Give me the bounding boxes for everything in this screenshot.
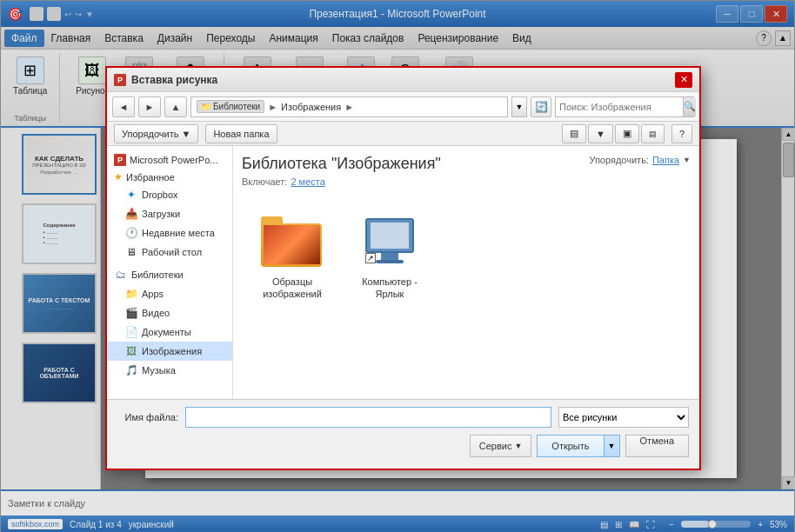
docs-icon: 📄 (124, 325, 138, 339)
insert-picture-dialog: P Вставка рисунка ✕ ◄ ► ▲ 📁 Библиотеки ►… (105, 66, 701, 470)
open-dropdown-button[interactable]: ▼ (605, 435, 620, 457)
libraries-icon: 🗂 (114, 268, 128, 282)
dropbox-icon: ✦ (124, 188, 138, 202)
dialog-nav: P Microsoft PowerPo... ★ Избранное ✦ Dro… (107, 146, 233, 399)
path-sep-1: ► (268, 102, 277, 112)
library-header: Библиотека "Изображения" Включает: 2 мес… (242, 155, 691, 187)
folder-small-icon: 📁 (201, 102, 211, 111)
nav-favorites-section: ★ Избранное ✦ Dropbox 📥 Загрузки 🕐 (107, 169, 232, 262)
nav-libraries-section: 🗂 Библиотеки 📁 Apps 🎬 Видео 📄 (107, 265, 232, 380)
nav-item-video[interactable]: 🎬 Видео (107, 303, 232, 323)
nav-forward-button[interactable]: ► (138, 96, 161, 117)
downloads-icon: 📥 (124, 207, 138, 221)
samples-thumbnail (261, 209, 324, 272)
images-folder-icon: 🖼 (124, 344, 138, 358)
nav-libraries-header[interactable]: 🗂 Библиотеки (107, 265, 232, 284)
samples-label: Образцы изображений (254, 276, 331, 301)
computer-label: Компьютер - Ярлык (351, 276, 428, 301)
path-bar: 📁 Библиотеки ► Изображения ► (190, 96, 508, 117)
monitor-icon (365, 218, 414, 253)
cancel-button[interactable]: Отмена (625, 435, 689, 457)
shortcut-arrow-icon: ↗ (365, 253, 376, 263)
filetype-select[interactable]: Все рисунки (558, 407, 689, 428)
dialog-title: P Вставка рисунка (114, 74, 217, 86)
pp-logo-icon: P (114, 74, 126, 86)
filename-row: Имя файла: Все рисунки (117, 407, 689, 428)
nav-item-docs[interactable]: 📄 Документы (107, 323, 232, 342)
monitor-screen (371, 223, 409, 249)
new-folder-button[interactable]: Новая папка (205, 124, 277, 143)
view-buttons: ▤ ▼ ▣ ▤ (562, 124, 665, 143)
path-dropdown-arrow[interactable]: ▼ (511, 96, 527, 117)
service-dropdown-icon[interactable]: ▼ (514, 442, 522, 450)
library-sort: Упорядочить: Папка ▼ (589, 155, 691, 165)
library-title: Библиотека "Изображения" (242, 155, 441, 173)
search-button[interactable]: 🔍 (683, 97, 696, 116)
dialog-actions: Упорядочить ▼ Новая папка ▤ ▼ ▣ ▤ ? (107, 122, 699, 146)
dialog-title-bar: P Вставка рисунка ✕ (107, 68, 699, 92)
nav-back-button[interactable]: ◄ (112, 96, 135, 117)
file-item-samples[interactable]: Образцы изображений (249, 204, 336, 306)
search-box: 🔍 (555, 96, 694, 117)
computer-thumbnail: ↗ (358, 209, 421, 272)
filename-label: Имя файла: (117, 412, 178, 422)
folder-back (261, 223, 322, 267)
dialog-close-button[interactable]: ✕ (675, 72, 692, 88)
dialog-bottom: Имя файла: Все рисунки Сервис ▼ Открыть … (107, 399, 699, 469)
search-input[interactable] (556, 102, 683, 112)
help-btn[interactable]: ? (671, 124, 692, 143)
nav-item-apps[interactable]: 📁 Apps (107, 284, 232, 303)
view-btn-dropdown[interactable]: ▼ (588, 124, 613, 143)
action-row: Сервис ▼ Открыть ▼ Отмена (117, 435, 689, 457)
file-item-computer[interactable]: ↗ Компьютер - Ярлык (346, 204, 433, 306)
nav-item-recent[interactable]: 🕐 Недавние места (107, 223, 232, 243)
view-btn-2[interactable]: ▣ (615, 124, 639, 143)
music-icon: 🎵 (124, 363, 138, 377)
file-grid: Образцы изображений (242, 197, 691, 313)
folder-img-inner (264, 225, 320, 264)
apps-folder-icon: 📁 (124, 287, 138, 301)
filename-input[interactable] (185, 407, 551, 428)
library-includes-count[interactable]: 2 места (291, 176, 324, 187)
nav-favorites-header[interactable]: ★ Избранное (107, 169, 232, 185)
monitor-base (376, 260, 404, 263)
nav-item-images[interactable]: 🖼 Изображения (107, 342, 232, 361)
library-includes: Включает: 2 места (242, 176, 441, 187)
folder-image (264, 225, 320, 264)
computer-thumb: ↗ (365, 218, 414, 263)
desktop-icon: 🖥 (124, 245, 138, 259)
dialog-files: Библиотека "Изображения" Включает: 2 мес… (233, 146, 699, 399)
monitor-stand (381, 253, 398, 260)
path-dropdown-btn[interactable]: ▼ (511, 96, 527, 117)
video-icon: 🎬 (124, 306, 138, 320)
organize-button[interactable]: Упорядочить ▼ (114, 124, 198, 143)
dialog-body: P Microsoft PowerPo... ★ Избранное ✦ Dro… (107, 146, 699, 399)
open-btn-group: Открыть ▼ (537, 435, 619, 457)
view-btn-3[interactable]: ▤ (641, 124, 665, 143)
sort-value[interactable]: Папка (652, 155, 679, 165)
path-root[interactable]: 📁 Библиотеки (197, 100, 264, 113)
nav-up-button[interactable]: ▲ (164, 96, 187, 117)
dialog-overlay: P Вставка рисунка ✕ ◄ ► ▲ 📁 Библиотеки ►… (1, 1, 794, 531)
nav-item-dropbox[interactable]: ✦ Dropbox (107, 185, 232, 204)
sort-dropdown-icon[interactable]: ▼ (683, 156, 691, 164)
open-button[interactable]: Открыть (537, 435, 604, 457)
nav-item-downloads[interactable]: 📥 Загрузки (107, 204, 232, 223)
nav-item-powerpoint[interactable]: P Microsoft PowerPo... (107, 151, 232, 169)
star-icon: ★ (114, 171, 123, 183)
samples-folder-thumb (261, 215, 324, 267)
recent-icon: 🕐 (124, 226, 138, 240)
nav-item-music[interactable]: 🎵 Музыка (107, 361, 232, 380)
nav-item-desktop[interactable]: 🖥 Рабочий стол (107, 243, 232, 262)
dialog-toolbar: ◄ ► ▲ 📁 Библиотеки ► Изображения ► ▼ 🔄 (107, 92, 699, 122)
path-sep-2: ► (344, 102, 354, 112)
view-btn-1[interactable]: ▤ (562, 124, 586, 143)
ppt-window: 🎯 ↩ ↪ ▼ Презентация1 - Microsoft PowerPo… (0, 0, 795, 532)
pp-icon-nav: P (114, 154, 126, 166)
refresh-button[interactable]: 🔄 (531, 96, 551, 117)
service-button[interactable]: Сервис ▼ (470, 435, 532, 457)
